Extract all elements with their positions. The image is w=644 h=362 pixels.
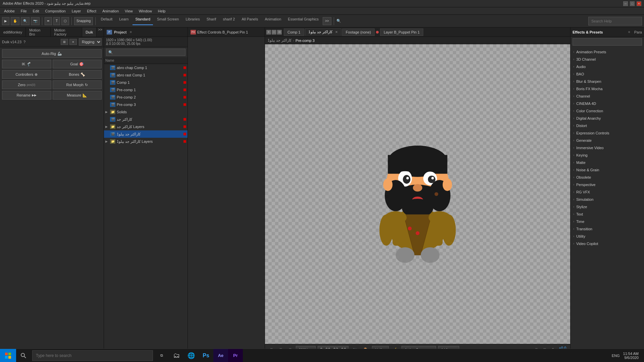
comp-tab-comp1[interactable]: Comp 1	[284, 28, 304, 36]
project-item[interactable]: 🎬Pre-comp 3	[104, 101, 187, 108]
effect-category-item[interactable]: ›BAO	[571, 70, 644, 78]
breadcrumb-item-2[interactable]: Pre-comp 3	[296, 39, 315, 43]
rename-button[interactable]: Rename ▶▶	[2, 91, 51, 100]
snapping-btn[interactable]: Snapping	[74, 17, 93, 25]
workspace-default[interactable]: Default	[98, 17, 115, 25]
effects-search-input[interactable]	[573, 38, 642, 46]
workspace-sharif2[interactable]: sharif 2	[220, 17, 237, 25]
goal-button[interactable]: Goal 🎯	[53, 60, 102, 68]
workspace-libraries[interactable]: Libraries	[183, 17, 202, 25]
workspace-small-screen[interactable]: Small Screen	[154, 17, 181, 25]
comp-tab-close[interactable]: ✕	[335, 30, 338, 34]
project-item[interactable]: 🎬1کاراکتر جد بیلو	[104, 130, 187, 138]
project-item[interactable]: ▶📁کاراکتر جد Layers	[104, 123, 187, 130]
effect-category-item[interactable]: ›Channel	[571, 93, 644, 100]
workspace-standard[interactable]: Standard	[132, 17, 153, 25]
tab-duik[interactable]: Duik	[82, 27, 97, 37]
controllers-button[interactable]: Controllers ⊕	[2, 70, 51, 79]
auto-rig-button[interactable]: Auto-Rig 🦾	[2, 49, 102, 58]
effects-para-tab[interactable]: Para	[634, 30, 642, 34]
effect-category-item[interactable]: ›Perspective	[571, 181, 644, 188]
taskbar-task-view[interactable]: ⧉	[154, 349, 169, 362]
project-item[interactable]: 🎬Pre-comp 2	[104, 94, 187, 101]
tab-motion-bro[interactable]: Motion Bro	[26, 27, 51, 37]
taskbar-photoshop[interactable]: Ps	[199, 349, 213, 362]
effect-tab-label[interactable]: Effect Controls B_Puppet Pin 1	[197, 30, 248, 34]
shape-tool[interactable]: ⬡	[61, 17, 69, 25]
effects-presets-tab-label[interactable]: Effects & Presets	[573, 30, 603, 34]
menu-file[interactable]: File	[18, 8, 30, 14]
ik-button[interactable]: IK 🦿	[2, 60, 51, 68]
effect-category-item[interactable]: ›Boris FX Mocha	[571, 85, 644, 93]
tab-camera-icon[interactable]: □	[272, 30, 276, 35]
effect-category-item[interactable]: ›CINEMA 4D	[571, 100, 644, 107]
maximize-button[interactable]: □	[630, 1, 635, 6]
menu-edit[interactable]: Edit	[30, 8, 42, 14]
project-item[interactable]: 🎬کاراکتر جد	[104, 116, 187, 123]
project-search-input[interactable]	[106, 49, 185, 56]
effect-category-item[interactable]: ›Audio	[571, 63, 644, 70]
menu-effect[interactable]: Effect	[84, 8, 99, 14]
effect-category-item[interactable]: ›Animation Presets	[571, 48, 644, 56]
comp-tab-footage[interactable]: Footage (none)	[342, 28, 375, 36]
effect-category-item[interactable]: ›Text	[571, 210, 644, 218]
tabs-overflow[interactable]: >>	[97, 27, 104, 37]
effect-category-item[interactable]: ›Matte	[571, 159, 644, 166]
measure-button[interactable]: Measure 📐	[53, 91, 102, 100]
duik-grid-icon[interactable]: ⊞	[61, 39, 68, 45]
zero-button[interactable]: Zero pos(0)	[2, 80, 51, 89]
effect-category-item[interactable]: ›RG VFX	[571, 188, 644, 196]
effect-category-item[interactable]: ›3D Channel	[571, 56, 644, 63]
project-tab-arrow[interactable]: ≡	[130, 30, 132, 34]
workspace-sharif[interactable]: Sharif	[204, 17, 219, 25]
taskbar-chrome[interactable]: 🌐	[184, 349, 199, 362]
menu-adobe[interactable]: Adobe	[1, 8, 17, 14]
tab-editmonkey[interactable]: editMonkey	[0, 27, 26, 37]
workspace-all-panels[interactable]: All Panels	[239, 17, 261, 25]
effect-category-item[interactable]: ›Transition	[571, 225, 644, 233]
effect-category-item[interactable]: ›Color Correction	[571, 107, 644, 115]
taskbar-search-icon[interactable]	[16, 349, 31, 362]
project-item[interactable]: 🎬abro rast Comp 1	[104, 71, 187, 79]
project-item[interactable]: 🎬Comp 1	[104, 79, 187, 86]
taskbar-file-explorer[interactable]: 🗂	[169, 349, 184, 362]
taskbar-search-bar[interactable]	[32, 350, 153, 361]
workspace-essential-graphics[interactable]: Essential Graphics	[285, 17, 321, 25]
workspace-learn[interactable]: Learn	[116, 17, 131, 25]
effects-presets-menu[interactable]: ≡	[628, 30, 630, 34]
search-help-input[interactable]	[588, 17, 642, 25]
menu-composition[interactable]: Composition	[43, 8, 68, 14]
pen-tool[interactable]: ✒	[45, 17, 52, 25]
taskbar-premiere[interactable]: Pr	[228, 349, 243, 362]
camera-tool[interactable]: 📷	[31, 17, 40, 25]
effect-category-item[interactable]: ›Obsolete	[571, 174, 644, 181]
duik-list-icon[interactable]: ≡	[69, 39, 77, 45]
effect-category-item[interactable]: ›Generate	[571, 137, 644, 144]
breadcrumb-item-1[interactable]: 1کاراکتر جد بیلو	[268, 38, 291, 43]
effect-category-item[interactable]: ›Digital Anarchy	[571, 115, 644, 122]
effect-category-item[interactable]: ›Distort	[571, 122, 644, 129]
selection-tool[interactable]: ▶	[2, 17, 9, 25]
taskbar-ae[interactable]: Ae	[213, 349, 228, 362]
effect-category-item[interactable]: ›Utility	[571, 233, 644, 240]
effect-category-item[interactable]: ›Keying	[571, 152, 644, 159]
menu-view[interactable]: View	[122, 8, 136, 14]
menu-layer[interactable]: Layer	[69, 8, 84, 14]
effect-category-item[interactable]: ›Stylize	[571, 203, 644, 210]
effect-category-item[interactable]: ›Video Copilot	[571, 240, 644, 247]
rot-morph-button[interactable]: Rot Morph ↻	[53, 80, 102, 89]
effect-category-item[interactable]: ›Simulation	[571, 196, 644, 203]
duik-help-icon[interactable]: ?	[23, 40, 25, 44]
workspace-more[interactable]: >>	[323, 17, 331, 25]
rigging-mode-select[interactable]: Rigging	[79, 38, 102, 46]
menu-animation[interactable]: Animation	[100, 8, 121, 14]
composition-viewport[interactable]	[265, 44, 570, 344]
comp-tab-layer[interactable]: Layer B_Puppet Pin 1	[380, 28, 423, 36]
menu-window[interactable]: Window	[136, 8, 155, 14]
tab-menu-icon[interactable]: ≡	[266, 30, 271, 35]
effect-category-item[interactable]: ›Expression Controls	[571, 129, 644, 137]
close-button[interactable]: ✕	[637, 1, 641, 6]
windows-start-button[interactable]	[0, 349, 16, 362]
text-tool[interactable]: T	[53, 17, 60, 25]
project-item[interactable]: ▶📁Solids	[104, 108, 187, 116]
